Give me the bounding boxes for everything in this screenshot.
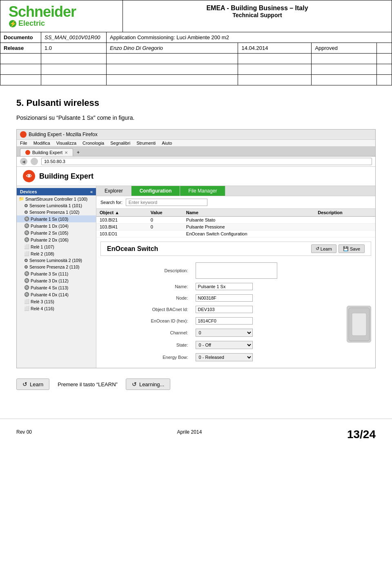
col-object[interactable]: Object ▲ (96, 209, 147, 217)
device-form-area: Description: Name: Node: (100, 260, 371, 364)
table-row[interactable]: 103.BI21 0 Pulsante Stato (96, 217, 375, 224)
sidebar-item-pulsante3sx[interactable]: 🔘 Pulsante 3 Sx (111) (17, 270, 96, 277)
col-value[interactable]: Value (147, 209, 183, 217)
empty-row3-c2 (41, 75, 107, 85)
empty-row3-c6 (376, 75, 392, 85)
menu-aiuto[interactable]: Aiuto (162, 141, 172, 146)
browser-tab-active[interactable]: Building Expert ✕ (20, 148, 73, 156)
tab-explorer[interactable]: Explorer (96, 186, 131, 196)
learn-button[interactable]: ↺ Learn (311, 244, 336, 253)
sidebar-item-label: Pulsante 2 Sx (105) (31, 231, 68, 235)
sidebar-item-label: Sensore Luminosità 2 (109) (29, 258, 82, 263)
cell-description (314, 217, 375, 224)
sidebar-item-pulsante4sx[interactable]: 🔘 Pulsante 4 Sx (113) (17, 284, 96, 291)
menu-cronologia[interactable]: Cronologia (82, 141, 104, 146)
sidebar-item-rele4[interactable]: ⬜ Relè 4 (116) (17, 305, 96, 312)
sidebar-item-label: Pulsante 1 Sx (103) (31, 217, 68, 222)
cell-name: EnOcean Switch Configuration (183, 231, 314, 237)
tab-configuration[interactable]: Configuration (131, 186, 180, 196)
explorer-table: Object ▲ Value Name Description 103.BI21… (96, 209, 375, 237)
enocean-input[interactable] (196, 317, 253, 325)
table-row[interactable]: 103.BI41 0 Pulsante Pressione (96, 224, 375, 231)
channel-select[interactable]: 0 (196, 329, 253, 337)
firefox-icon (20, 131, 27, 138)
sidebar-item-label: Relè 1 (107) (31, 244, 54, 249)
device-image (347, 306, 371, 343)
energy-bow-label: Energy Bow: (101, 352, 192, 363)
name-input[interactable] (196, 283, 253, 290)
sidebar-item-sensore-pres2[interactable]: ⚙ Sensore Presenza 2 (110) (17, 264, 96, 270)
cell-name: Pulsante Pressione (183, 224, 314, 231)
electric-icon: ⚡ (9, 20, 17, 28)
empty-row1-c1 (0, 54, 41, 64)
menu-strumenti[interactable]: Strumenti (136, 141, 156, 146)
description-input[interactable] (196, 262, 277, 279)
device-title: EnOcean Switch (107, 245, 158, 253)
bottom-learn-button[interactable]: ↺ Learn (16, 378, 49, 390)
sidebar-item-pulsante1dx[interactable]: 🔘 Pulsante 1 Dx (104) (17, 222, 96, 229)
footer-date: Aprile 2014 (177, 429, 202, 435)
sidebar-item-sensore-lum2[interactable]: ⚙ Sensore Luminosità 2 (109) (17, 257, 96, 264)
sidebar-item-sensore-pres1[interactable]: ⚙ Sensore Presenza 1 (102) (17, 209, 96, 215)
cell-description (314, 231, 375, 237)
release-extra (376, 43, 392, 54)
sidebar-item-rele3[interactable]: ⬜ Relè 3 (115) (17, 298, 96, 305)
header-right: EMEA - Building Business – Italy Technic… (123, 0, 392, 32)
state-select[interactable]: 0 - Off (196, 341, 253, 349)
bottom-section: ↺ Learn Premere il tasto “LEARN” ↺ Learn… (16, 378, 376, 390)
sidebar-item-pulsante2dx[interactable]: 🔘 Pulsante 2 Dx (106) (17, 236, 96, 243)
sidebar-item-pulsante2sx[interactable]: 🔘 Pulsante 2 Sx (105) (17, 229, 96, 236)
channel-label: Channel: (101, 327, 192, 338)
node-input[interactable] (196, 294, 253, 302)
relay-icon: ⬜ (24, 251, 29, 256)
menu-file[interactable]: File (20, 141, 27, 146)
device-buttons: ↺ Learn 💾 Save (311, 244, 365, 253)
tab-file-manager[interactable]: File Manager (180, 186, 225, 196)
sidebar-item-label: SmartStruxure Controller 1 (100) (25, 197, 87, 202)
sidebar: Devices « 📁 SmartStruxure Controller 1 (… (17, 186, 96, 368)
sidebar-item-rele1[interactable]: ⬜ Relè 1 (107) (17, 243, 96, 250)
release-status: Approved (312, 43, 376, 54)
sidebar-item-pulsante1sx[interactable]: 🔘 Pulsante 1 Sx (103) (17, 215, 96, 222)
new-tab-btn[interactable]: + (74, 149, 82, 156)
save-button[interactable]: 💾 Save (339, 244, 365, 253)
sidebar-item-pulsante4dx[interactable]: 🔘 Pulsante 4 Dx (114) (17, 291, 96, 298)
back-btn[interactable]: ◀ (20, 158, 27, 165)
section-subtitle: Posizionarsi su “Pulsante 1 Sx” come in … (16, 114, 376, 121)
app-title: Building Expert (39, 172, 94, 181)
cell-value: 0 (147, 217, 183, 224)
sidebar-item-rele2[interactable]: ⬜ Relè 2 (108) (17, 250, 96, 257)
table-row[interactable]: 103.EO1 EnOcean Switch Configuration (96, 231, 375, 237)
energy-bow-select[interactable]: 0 - Released (196, 353, 253, 361)
menu-modifica[interactable]: Modifica (33, 141, 50, 146)
col-description[interactable]: Description (314, 209, 375, 217)
device-form: Description: Name: Node: (100, 260, 343, 364)
schneider-logo: Schneider (9, 4, 76, 19)
col-name[interactable]: Name (183, 209, 314, 217)
sidebar-item-sensore-lum1[interactable]: ⚙ Sensore Luminosità 1 (101) (17, 202, 96, 209)
bacnet-input[interactable] (196, 306, 253, 313)
empty-row1-c2 (41, 54, 107, 64)
relay-icon: ⬜ (24, 299, 29, 304)
release-label: Release (0, 43, 41, 54)
enocean-label: EnOcean ID (hex): (101, 316, 192, 326)
search-input[interactable] (126, 199, 207, 206)
tab-label: Building Expert (32, 150, 62, 155)
address-bar[interactable]: 10.50.80.3 (41, 158, 372, 165)
menu-segnalibri[interactable]: Segnalibri (110, 141, 130, 146)
footer-rev: Rev 00 (16, 429, 32, 435)
sidebar-item-pulsante3dx[interactable]: 🔘 Pulsante 3 Dx (112) (17, 277, 96, 284)
sidebar-collapse-btn[interactable]: « (90, 189, 93, 194)
technical-support: Technical Support (131, 12, 383, 18)
tab-close-btn[interactable]: ✕ (65, 150, 68, 155)
sidebar-item-controller[interactable]: 📁 SmartStruxure Controller 1 (100) (17, 195, 96, 202)
bottom-learning-button[interactable]: ↺ Learning... (126, 378, 170, 390)
release-version: 1.0 (41, 43, 107, 54)
empty-row3-c5 (312, 75, 376, 85)
device-icon: ⚙ (24, 264, 28, 269)
empty-row1-c4 (238, 54, 312, 64)
menu-visualizza[interactable]: Visualizza (56, 141, 76, 146)
doc-label: Documento (0, 32, 41, 43)
sidebar-item-label: Pulsante 4 Dx (114) (31, 292, 69, 297)
empty-row2-c4 (238, 64, 312, 75)
